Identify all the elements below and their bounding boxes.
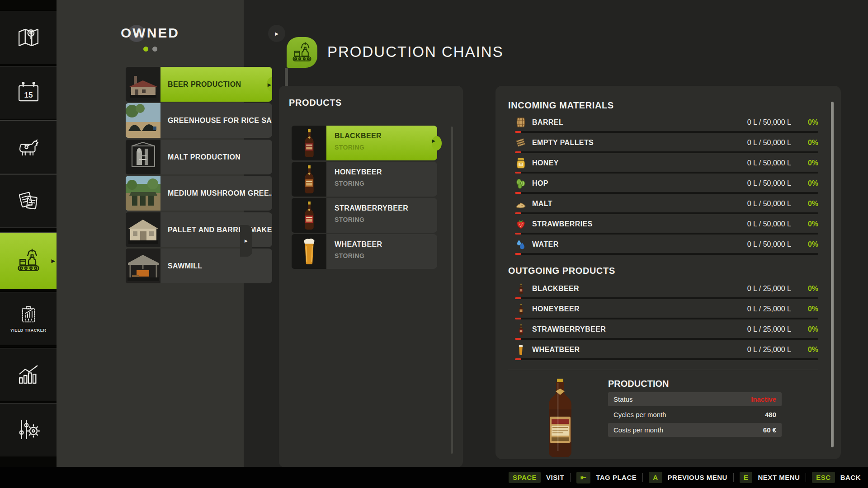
building-thumbnail — [126, 249, 160, 283]
cycles-value: 480 — [765, 411, 776, 418]
building-row-malt-production[interactable]: MALT PRODUCTION — [126, 140, 272, 174]
product-row-honeybeer[interactable]: HONEYBEER STORING — [292, 162, 437, 197]
material-row-barrel[interactable]: BARREL 0 L / 50,000 L 0% — [515, 114, 818, 134]
fill-level-bar — [515, 297, 818, 299]
product-name: STRAWBERRYBEER — [335, 204, 408, 212]
fill-level-bar — [515, 338, 818, 340]
fill-level-bar — [515, 253, 818, 255]
hint-previous-menu[interactable]: A PREVIOUS MENU — [649, 472, 727, 483]
sidebar-item-production[interactable] — [0, 232, 57, 289]
sidebar-item-contracts[interactable] — [0, 174, 57, 228]
malt-icon — [515, 198, 527, 210]
product-row-blackbeer[interactable]: BLACKBEER STORING — [292, 126, 437, 160]
material-row-water[interactable]: WATER 0 L / 50,000 L 0% — [515, 236, 818, 256]
strawberrybeer-bottle-icon — [515, 324, 527, 335]
building-thumbnail — [126, 140, 160, 174]
map-icon — [15, 24, 42, 51]
owned-next-page-button[interactable] — [268, 25, 285, 42]
product-name: BLACKBEER — [335, 132, 382, 140]
building-row-greenhouse-rice[interactable]: GREENHOUSE FOR RICE SA... — [126, 103, 272, 138]
sidebar-item-yield-tracker[interactable]: YIELD TRACKER — [0, 292, 57, 345]
production-icon — [15, 247, 42, 274]
status-value: Inactive — [751, 395, 776, 403]
main-menu-sidebar: 15 — [0, 0, 57, 467]
esc-key: ESC — [812, 472, 835, 483]
sidebar-item-settings[interactable] — [0, 403, 57, 456]
empty-pallets-icon — [515, 137, 527, 149]
building-thumbnail — [126, 212, 160, 247]
material-row-malt[interactable]: MALT 0 L / 50,000 L 0% — [515, 195, 818, 216]
production-chains-icon — [287, 37, 317, 68]
calendar-icon: 15 — [15, 80, 42, 106]
hint-divider — [570, 473, 571, 482]
production-section-title: PRODUCTION — [608, 379, 669, 389]
product-row-out-blackbeer[interactable]: BLACKBEER 0 L / 25,000 L 0% — [515, 280, 818, 300]
wheatbeer-glass-icon — [515, 344, 527, 356]
product-status: STORING — [335, 216, 426, 223]
hint-visit[interactable]: SPACE VISIT — [509, 472, 564, 483]
material-row-strawberries[interactable]: STRAWBERRIES 0 L / 50,000 L 0% — [515, 216, 818, 236]
hint-divider — [806, 473, 806, 482]
e-key: E — [740, 472, 753, 483]
cow-icon — [15, 134, 42, 160]
product-status: STORING — [335, 144, 426, 151]
product-row-out-wheatbeer[interactable]: WHEATBEER 0 L / 25,000 L 0% — [515, 341, 818, 361]
strawberries-icon — [515, 218, 527, 230]
product-row-out-strawberrybeer[interactable]: STRAWBERRYBEER 0 L / 25,000 L 0% — [515, 321, 818, 341]
water-icon — [515, 239, 527, 250]
material-row-empty-pallets[interactable]: EMPTY PALLETS 0 L / 50,000 L 0% — [515, 134, 818, 155]
sidebar-item-statistics[interactable] — [0, 348, 57, 401]
product-status: STORING — [335, 252, 426, 259]
space-key: SPACE — [509, 472, 541, 483]
building-thumbnail — [126, 67, 160, 102]
fill-level-bar — [515, 172, 818, 174]
details-scrollbar[interactable] — [831, 102, 834, 447]
production-cycles-row: Cycles per month 480 — [608, 408, 782, 422]
hint-divider — [733, 473, 734, 482]
blackbeer-bottle-icon — [515, 283, 527, 295]
hint-next-menu[interactable]: E NEXT MENU — [740, 472, 800, 483]
incoming-materials-title: INCOMING MATERIALS — [508, 100, 614, 111]
page-dot-active — [143, 47, 148, 52]
hint-tag-place[interactable]: ⇤ TAG PLACE — [576, 472, 637, 483]
product-row-wheatbeer[interactable]: WHEATBEER STORING — [292, 234, 437, 269]
products-panel-title: PRODUCTS — [289, 98, 342, 108]
products-list-scrollbar[interactable] — [451, 127, 453, 454]
fill-level-bar — [515, 318, 818, 319]
page-title: PRODUCTION CHAINS — [327, 43, 504, 61]
settings-icon — [15, 417, 42, 443]
material-row-honey[interactable]: HONEY 0 L / 50,000 L 0% — [515, 155, 818, 175]
building-name: MALT PRODUCTION — [160, 140, 272, 174]
building-row-beer-production[interactable]: BEER PRODUCTION — [126, 67, 272, 102]
selected-product-bottle-image — [542, 378, 579, 461]
section-divider — [508, 370, 818, 370]
product-thumbnail-blackbeer — [292, 126, 326, 160]
sidebar-item-map[interactable] — [0, 11, 57, 64]
yield-tracker-label: YIELD TRACKER — [10, 328, 47, 333]
product-thumbnail-honeybeer — [292, 162, 326, 197]
owned-panel-expander[interactable] — [240, 225, 252, 257]
sidebar-item-animals[interactable] — [0, 120, 57, 174]
fill-level-bar — [515, 151, 818, 153]
product-row-strawberrybeer[interactable]: STRAWBERRYBEER STORING — [292, 198, 437, 233]
owned-panel-title: OWNED — [57, 25, 244, 41]
costs-label: Costs per month — [613, 426, 663, 434]
sidebar-item-calendar[interactable]: 15 — [0, 66, 57, 119]
contracts-icon — [15, 188, 42, 214]
building-name: BEER PRODUCTION — [160, 67, 272, 102]
building-name: MEDIUM MUSHROOM GREE... — [160, 176, 272, 211]
building-thumbnail — [126, 103, 160, 138]
product-thumbnail-strawberrybeer — [292, 198, 326, 233]
honeybeer-bottle-icon — [515, 303, 527, 315]
outgoing-products-title: OUTGOING PRODUCTS — [508, 266, 615, 276]
costs-value: 60 € — [763, 426, 776, 434]
hint-back[interactable]: ESC BACK — [812, 472, 861, 483]
yield-tracker-icon — [18, 305, 39, 326]
building-row-mushroom-greenhouse[interactable]: MEDIUM MUSHROOM GREE... — [126, 176, 272, 211]
product-row-out-honeybeer[interactable]: HONEYBEER 0 L / 25,000 L 0% — [515, 300, 818, 321]
product-name: WHEATBEER — [335, 240, 382, 248]
page-dot-inactive — [152, 47, 157, 52]
production-status-row: Status Inactive — [608, 392, 782, 406]
honey-icon — [515, 157, 527, 169]
material-row-hop[interactable]: HOP 0 L / 50,000 L 0% — [515, 175, 818, 195]
